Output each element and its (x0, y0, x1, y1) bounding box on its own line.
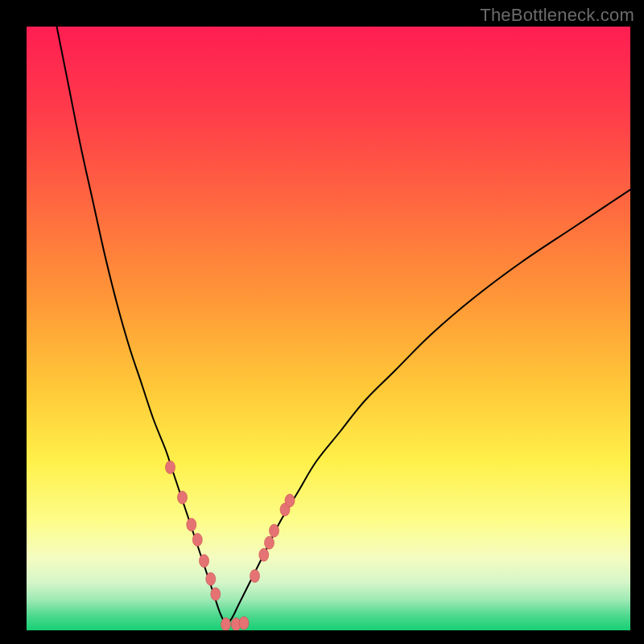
data-marker (187, 518, 196, 531)
data-marker (270, 524, 279, 537)
plot-area (27, 27, 630, 630)
data-marker (211, 588, 221, 601)
marker-layer (27, 27, 630, 630)
data-marker (259, 548, 269, 561)
data-marker (239, 617, 249, 630)
data-marker (221, 618, 231, 631)
data-marker (200, 555, 209, 568)
data-marker (250, 570, 260, 583)
data-marker (265, 536, 275, 549)
chart-frame: TheBottleneck.com (0, 0, 644, 644)
data-marker (206, 572, 216, 585)
watermark-text: TheBottleneck.com (480, 5, 634, 26)
data-marker (192, 534, 202, 547)
data-marker (178, 491, 188, 504)
data-marker (285, 494, 295, 507)
data-marker (166, 461, 175, 474)
